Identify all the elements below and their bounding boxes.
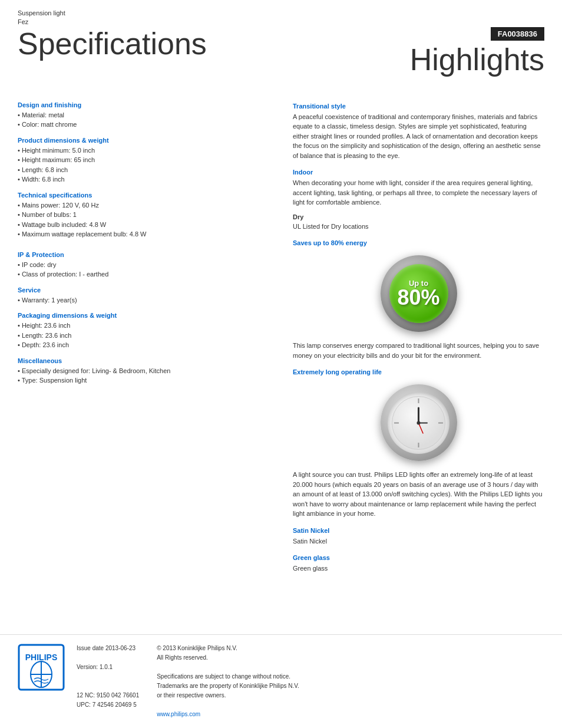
indoor-title: Indoor [293, 169, 544, 176]
operating-life-title: Extremely long operating life [293, 368, 544, 375]
list-item: Height minimum: 5.0 inch [18, 146, 269, 156]
product-code: FA0038836 [498, 29, 537, 38]
list-item: Mains power: 120 V, 60 Hz [18, 200, 269, 210]
packaging-section: Packaging dimensions & weight Height: 23… [18, 312, 269, 350]
technical-specs-list: Mains power: 120 V, 60 Hz Number of bulb… [18, 200, 269, 239]
green-glass-title: Green glass [293, 554, 544, 561]
product-model-text: Fez [18, 18, 28, 25]
page-title: Specifications [18, 27, 207, 61]
ip-section: IP & Protection IP code: dry Class of pr… [18, 251, 269, 279]
service-list: Warranty: 1 year(s) [18, 295, 269, 305]
header-left: Suspension light Fez [0, 0, 562, 27]
design-finishing-title: Design and finishing [18, 101, 269, 108]
packaging-title: Packaging dimensions & weight [18, 312, 269, 319]
miscellaneous-section: Miscellaneous Especially designed for: L… [18, 357, 269, 386]
svg-text:PHILIPS: PHILIPS [25, 653, 57, 662]
satin-nickel-title: Satin Nickel [293, 527, 544, 534]
footer: PHILIPS Issue date 2013-06-23 Version: 1… [0, 634, 562, 728]
design-finishing-section: Design and finishing Material: metal Col… [18, 101, 269, 130]
list-item: Length: 6.8 inch [18, 165, 269, 175]
left-column: Design and finishing Material: metal Col… [18, 94, 281, 622]
energy-section: Saves up to 80% energy Up to 80% This la… [293, 239, 544, 360]
highlights-title: Highlights [410, 42, 544, 77]
list-item: Color: matt chrome [18, 120, 269, 130]
svg-point-8 [417, 421, 421, 424]
operating-life-section: Extremely long operating life [293, 368, 544, 519]
indoor-section: Indoor When decorating your home with li… [293, 169, 544, 207]
product-type: Suspension light Fez [18, 9, 544, 27]
list-item: Width: 6.8 inch [18, 174, 269, 185]
product-type-text: Suspension light [18, 9, 65, 17]
list-item: Material: metal [18, 110, 269, 120]
operating-life-text: A light source you can trust. Philips LE… [293, 470, 544, 519]
list-item: Maximum wattage replacement bulb: 4.8 W [18, 229, 269, 239]
transitional-style-text: A peaceful coexistence of traditional an… [293, 112, 544, 161]
dry-section: Dry UL Listed for Dry locations [293, 213, 544, 232]
clock-svg [391, 395, 447, 451]
list-item: Length: 23.6 inch [18, 331, 269, 341]
product-code-box: FA0038836 [491, 27, 544, 41]
technical-specs-title: Technical specifications [18, 192, 269, 199]
energy-text: This lamp conserves energy compared to t… [293, 341, 544, 360]
header-row: Specifications FA0038836 Highlights [0, 27, 562, 77]
list-item: Especially designed for: Living- & Bedro… [18, 366, 269, 376]
energy-title: Saves up to 80% energy [293, 239, 544, 246]
indoor-text: When decorating your home with light, co… [293, 178, 544, 207]
design-finishing-list: Material: metal Color: matt chrome [18, 110, 269, 130]
list-item: IP code: dry [18, 260, 269, 270]
list-item: Class of protection: I - earthed [18, 269, 269, 279]
dry-title: Dry [293, 213, 544, 220]
disclaimer: Specifications are subject to change wit… [157, 672, 299, 700]
page: Suspension light Fez Specifications FA00… [0, 0, 562, 728]
issue-date: Issue date 2013-06-23 [77, 644, 139, 653]
list-item: Number of bulbs: 1 [18, 210, 269, 220]
satin-nickel-section: Satin Nickel Satin Nickel [293, 527, 544, 546]
list-item: Depth: 23.6 inch [18, 340, 269, 350]
dry-text: UL Listed for Dry locations [293, 222, 544, 232]
list-item: Warranty: 1 year(s) [18, 295, 269, 305]
list-item: Type: Suspension light [18, 375, 269, 386]
clock-face [388, 392, 449, 454]
version: Version: 1.0.1 [77, 663, 139, 672]
main-content: Design and finishing Material: metal Col… [0, 83, 562, 634]
clock-outer [381, 384, 457, 461]
service-title: Service [18, 286, 269, 294]
transitional-style-title: Transitional style [293, 103, 544, 110]
ip-title: IP & Protection [18, 251, 269, 258]
satin-nickel-text: Satin Nickel [293, 536, 544, 546]
website-link[interactable]: www.philips.com [157, 710, 299, 719]
technical-specs-section: Technical specifications Mains power: 12… [18, 192, 269, 239]
product-dimensions-title: Product dimensions & weight [18, 137, 269, 144]
packaging-list: Height: 23.6 inch Length: 23.6 inch Dept… [18, 321, 269, 350]
highlights-header: FA0038836 Highlights [410, 27, 544, 77]
energy-badge-container: Up to 80% [293, 255, 544, 332]
footer-info: Issue date 2013-06-23 Version: 1.0.1 12 … [77, 644, 299, 719]
footer-col-right: © 2013 Koninklijke Philips N.V. All Righ… [157, 644, 299, 719]
product-dimensions-section: Product dimensions & weight Height minim… [18, 137, 269, 185]
transitional-style-section: Transitional style A peaceful coexistenc… [293, 103, 544, 161]
footer-col-left: Issue date 2013-06-23 Version: 1.0.1 12 … [77, 644, 139, 719]
list-item: Height maximum: 65 inch [18, 155, 269, 165]
green-glass-section: Green glass Green glass [293, 554, 544, 574]
ip-list: IP code: dry Class of protection: I - ea… [18, 260, 269, 279]
copyright: © 2013 Koninklijke Philips N.V. All Righ… [157, 644, 299, 663]
energy-percent: 80% [397, 287, 439, 308]
clock-container [293, 384, 544, 461]
green-glass-text: Green glass [293, 564, 544, 574]
energy-badge-inner: Up to 80% [389, 264, 448, 323]
list-item: Wattage bulb included: 4.8 W [18, 220, 269, 230]
miscellaneous-list: Especially designed for: Living- & Bedro… [18, 366, 269, 386]
nc-upc: 12 NC: 9150 042 76601 UPC: 7 42546 20469… [77, 691, 139, 710]
energy-badge: Up to 80% [381, 255, 457, 332]
philips-logo-svg: PHILIPS [18, 644, 65, 691]
service-section: Service Warranty: 1 year(s) [18, 286, 269, 305]
footer-logo: PHILIPS [18, 644, 65, 692]
list-item: Height: 23.6 inch [18, 321, 269, 331]
right-column: Transitional style A peaceful coexistenc… [281, 94, 544, 622]
product-dimensions-list: Height minimum: 5.0 inch Height maximum:… [18, 146, 269, 185]
miscellaneous-title: Miscellaneous [18, 357, 269, 364]
